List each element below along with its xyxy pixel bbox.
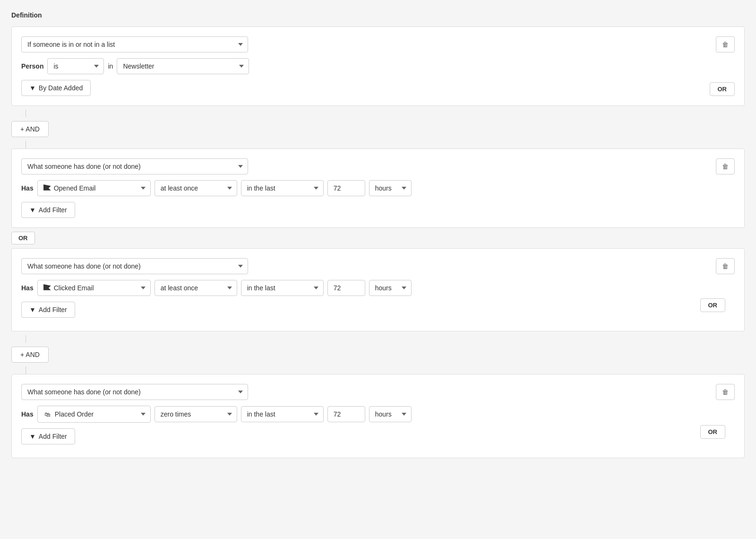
- filter-row-2: ▼ Add Filter: [21, 202, 735, 218]
- and-button-2[interactable]: + AND: [11, 347, 49, 363]
- page-title: Definition: [11, 11, 745, 19]
- filter-icon-1: ▼: [29, 84, 36, 92]
- add-filter-button-2[interactable]: ▼ Add Filter: [21, 202, 75, 218]
- trash-icon-1: 🗑: [722, 41, 729, 48]
- delete-button-3[interactable]: 🗑: [716, 258, 735, 274]
- frequency-select-3[interactable]: at least once: [155, 280, 237, 296]
- connector-line-1: [26, 110, 26, 117]
- action-select-2[interactable]: Opened Email: [37, 180, 151, 196]
- has-row-4: Has 🛍 Placed Order zero times in the las…: [21, 406, 735, 423]
- by-date-added-button[interactable]: ▼ By Date Added: [21, 80, 91, 96]
- and-connector-1: + AND: [11, 121, 745, 137]
- time-value-2[interactable]: [327, 180, 365, 196]
- frequency-select-2[interactable]: at least once: [155, 180, 237, 196]
- has-label-2: Has: [21, 184, 34, 192]
- filter-icon-3: ▼: [29, 306, 36, 313]
- or-button-1[interactable]: OR: [710, 82, 735, 96]
- condition-block-1: 🗑 If someone is in or not in a list Pers…: [11, 26, 745, 106]
- trash-icon-2: 🗑: [722, 163, 729, 170]
- trash-icon-3: 🗑: [722, 262, 729, 270]
- condition-row-3: What someone has done (or not done): [21, 258, 735, 274]
- condition-row-2: What someone has done (or not done): [21, 158, 735, 174]
- filter-row-4: ▼ Add Filter OR: [21, 428, 735, 448]
- and-connector-2: + AND: [11, 347, 745, 363]
- person-is-select[interactable]: is: [47, 58, 104, 74]
- condition-select-4[interactable]: What someone has done (or not done): [21, 384, 248, 400]
- has-label-4: Has: [21, 410, 34, 418]
- clicked-email-icon: [43, 284, 51, 292]
- delete-button-2[interactable]: 🗑: [716, 158, 735, 174]
- has-row-3: Has Clicked Email at least once in the l…: [21, 280, 735, 296]
- delete-button-1[interactable]: 🗑: [716, 36, 735, 52]
- unit-select-3[interactable]: hours: [369, 280, 412, 296]
- or-label[interactable]: OR: [11, 232, 35, 244]
- add-filter-label-4: Add Filter: [39, 433, 67, 440]
- connector-line-4: [26, 366, 26, 374]
- condition-row-1: If someone is in or not in a list: [21, 36, 735, 52]
- person-label: Person: [21, 62, 43, 70]
- add-filter-label-3: Add Filter: [39, 306, 67, 313]
- placed-order-label: Placed Order: [55, 410, 94, 418]
- placed-order-icon: 🛍: [43, 410, 52, 418]
- condition-select-3[interactable]: What someone has done (or not done): [21, 258, 248, 274]
- list-select[interactable]: Newsletter: [117, 58, 249, 74]
- filter-icon-4: ▼: [29, 433, 36, 440]
- has-label-3: Has: [21, 284, 34, 292]
- by-date-added-label: By Date Added: [39, 84, 83, 92]
- frequency-select-4[interactable]: zero times: [155, 406, 237, 422]
- delete-button-4[interactable]: 🗑: [716, 384, 735, 400]
- has-row-2: Has Opened Email at least once in the la…: [21, 180, 735, 196]
- filter-row-1: ▼ By Date Added OR: [21, 80, 735, 96]
- in-label: in: [108, 62, 113, 70]
- clicked-email-label: Clicked Email: [54, 284, 94, 292]
- action-select-4[interactable]: 🛍 Placed Order: [37, 406, 151, 423]
- condition-block-4: 🗑 What someone has done (or not done) Ha…: [11, 374, 745, 458]
- filter-icon-2: ▼: [29, 206, 36, 214]
- add-filter-button-3[interactable]: ▼ Add Filter: [21, 302, 75, 318]
- or-button-3[interactable]: OR: [700, 298, 726, 312]
- action-select-3[interactable]: Clicked Email: [37, 280, 151, 296]
- timeframe-select-2[interactable]: in the last: [241, 180, 324, 196]
- filter-row-3: ▼ Add Filter OR: [21, 302, 735, 322]
- condition-select-1[interactable]: If someone is in or not in a list: [21, 36, 248, 52]
- time-value-4[interactable]: [327, 406, 365, 422]
- connector-line-3: [26, 335, 26, 343]
- condition-block-2: 🗑 What someone has done (or not done) Ha…: [11, 148, 745, 228]
- condition-row-4: What someone has done (or not done): [21, 384, 735, 400]
- condition-block-3: 🗑 What someone has done (or not done) Ha…: [11, 248, 745, 331]
- unit-select-2[interactable]: hours: [369, 180, 412, 196]
- connector-line-2: [26, 141, 26, 148]
- trash-icon-4: 🗑: [722, 388, 729, 396]
- add-filter-button-4[interactable]: ▼ Add Filter: [21, 428, 75, 444]
- person-row: Person is in Newsletter: [21, 58, 735, 74]
- condition-select-2[interactable]: What someone has done (or not done): [21, 158, 248, 174]
- or-button-4[interactable]: OR: [700, 425, 726, 439]
- and-button-1[interactable]: + AND: [11, 121, 49, 137]
- timeframe-select-4[interactable]: in the last: [241, 406, 324, 422]
- opened-email-icon: [43, 184, 51, 192]
- timeframe-select-3[interactable]: in the last: [241, 280, 324, 296]
- unit-select-4[interactable]: hours: [369, 406, 412, 422]
- opened-email-label: Opened Email: [54, 184, 96, 192]
- time-value-3[interactable]: [327, 280, 365, 296]
- or-connector: OR: [11, 232, 745, 244]
- add-filter-label-2: Add Filter: [39, 206, 67, 214]
